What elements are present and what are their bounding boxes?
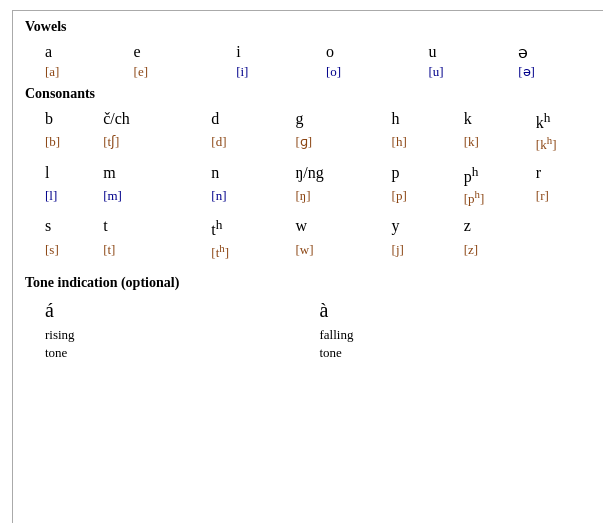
- consonants-chars-row2: l m n ŋ/ng p ph r: [25, 160, 602, 186]
- tone-falling-label: fallingtone: [314, 324, 603, 364]
- cons-n: n: [205, 160, 289, 186]
- cons-z: z: [458, 213, 530, 239]
- cons-empty-ipa: [530, 240, 602, 267]
- cons-th: th: [205, 213, 289, 239]
- vowel-schwa: ə: [512, 39, 602, 62]
- cons-kh-ipa: [kh]: [530, 132, 602, 159]
- tone-rising-label: risingtone: [25, 324, 314, 364]
- tone-header: Tone indication (optional): [25, 275, 602, 291]
- vowel-i-ipa: [i]: [230, 62, 320, 86]
- cons-w: w: [289, 213, 385, 239]
- cons-g-ipa: [ɡ]: [289, 132, 385, 159]
- cons-w-ipa: [w]: [289, 240, 385, 267]
- cons-ph: ph: [458, 160, 530, 186]
- tone-falling-char: à: [314, 295, 603, 324]
- cons-r: r: [530, 160, 602, 186]
- cons-g: g: [289, 106, 385, 132]
- cons-p: p: [386, 160, 458, 186]
- consonants-ipa-row2: [l] [m] [n] [ŋ] [p] [ph] [r]: [25, 186, 602, 213]
- vowel-i: i: [230, 39, 320, 62]
- cons-t-ipa: [t]: [97, 240, 205, 267]
- vowels-header: Vowels: [25, 19, 602, 35]
- cons-ch-ipa: [tʃ]: [97, 132, 205, 159]
- consonants-ipa-row1: [b] [tʃ] [d] [ɡ] [h] [k] [kh]: [25, 132, 602, 159]
- cons-m-ipa: [m]: [97, 186, 205, 213]
- vowels-ipa-row: [a] [e] [i] [o] [u] [ə]: [25, 62, 602, 86]
- cons-m: m: [97, 160, 205, 186]
- vowel-a: a: [25, 39, 128, 62]
- cons-t: t: [97, 213, 205, 239]
- consonants-table-row1: b č/ch d g h k kh [b] [tʃ] [d] [ɡ] [h] […: [25, 106, 602, 160]
- cons-th-ipa: [th]: [205, 240, 289, 267]
- main-container: Vowels a e i o u ə [a] [e] [i] [o] [u] […: [12, 10, 603, 523]
- vowel-schwa-ipa: [ə]: [512, 62, 602, 86]
- cons-k-ipa: [k]: [458, 132, 530, 159]
- cons-k: k: [458, 106, 530, 132]
- vowel-a-ipa: [a]: [25, 62, 128, 86]
- cons-kh: kh: [530, 106, 602, 132]
- cons-ng-ipa: [ŋ]: [289, 186, 385, 213]
- cons-ph-ipa: [ph]: [458, 186, 530, 213]
- vowel-e: e: [128, 39, 231, 62]
- tone-section: Tone indication (optional) á à risington…: [25, 275, 602, 364]
- consonants-table-row3: s t th w y z [s] [t] [th] [w] [j] [z]: [25, 213, 602, 267]
- cons-ng: ŋ/ng: [289, 160, 385, 186]
- tone-table: á à risingtone fallingtone: [25, 295, 602, 364]
- cons-d-ipa: [d]: [205, 132, 289, 159]
- cons-h: h: [386, 106, 458, 132]
- consonants-ipa-row3: [s] [t] [th] [w] [j] [z]: [25, 240, 602, 267]
- cons-r-ipa: [r]: [530, 186, 602, 213]
- vowel-u-ipa: [u]: [422, 62, 512, 86]
- vowels-chars-row: a e i o u ə: [25, 39, 602, 62]
- vowels-section: Vowels a e i o u ə [a] [e] [i] [o] [u] […: [25, 19, 602, 86]
- vowel-e-ipa: [e]: [128, 62, 231, 86]
- cons-p-ipa: [p]: [386, 186, 458, 213]
- cons-ch: č/ch: [97, 106, 205, 132]
- vowel-u: u: [422, 39, 512, 62]
- cons-y: y: [386, 213, 458, 239]
- consonants-chars-row1: b č/ch d g h k kh: [25, 106, 602, 132]
- cons-l: l: [25, 160, 97, 186]
- cons-y-ipa: [j]: [386, 240, 458, 267]
- tone-chars-row: á à: [25, 295, 602, 324]
- cons-s-ipa: [s]: [25, 240, 97, 267]
- vowel-o: o: [320, 39, 423, 62]
- cons-empty: [530, 213, 602, 239]
- cons-n-ipa: [n]: [205, 186, 289, 213]
- tone-labels-row: risingtone fallingtone: [25, 324, 602, 364]
- consonants-section: Consonants b č/ch d g h k kh [b] [tʃ] [d…: [25, 86, 602, 267]
- consonants-chars-row3: s t th w y z: [25, 213, 602, 239]
- cons-b: b: [25, 106, 97, 132]
- cons-s: s: [25, 213, 97, 239]
- vowel-o-ipa: [o]: [320, 62, 423, 86]
- consonants-table-row2: l m n ŋ/ng p ph r [l] [m] [n] [ŋ] [p] [p…: [25, 160, 602, 214]
- cons-z-ipa: [z]: [458, 240, 530, 267]
- cons-h-ipa: [h]: [386, 132, 458, 159]
- cons-b-ipa: [b]: [25, 132, 97, 159]
- cons-l-ipa: [l]: [25, 186, 97, 213]
- consonants-header: Consonants: [25, 86, 602, 102]
- tone-rising-char: á: [25, 295, 314, 324]
- vowels-table: a e i o u ə [a] [e] [i] [o] [u] [ə]: [25, 39, 602, 86]
- cons-d: d: [205, 106, 289, 132]
